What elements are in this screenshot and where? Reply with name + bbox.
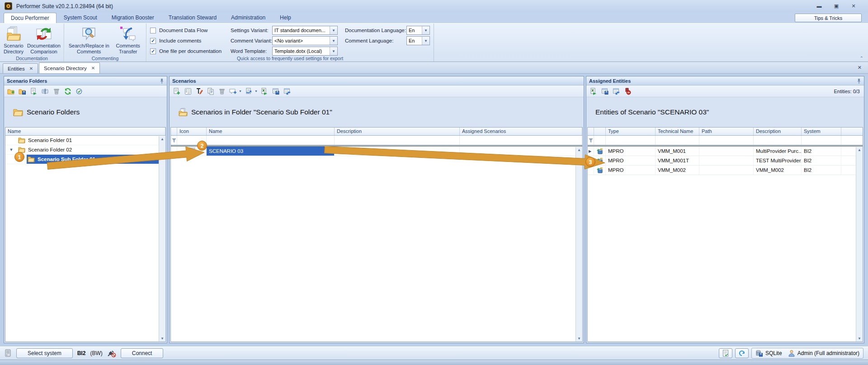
- scroll-up-icon[interactable]: ▲: [577, 148, 581, 152]
- copy-scenario-button[interactable]: [206, 86, 215, 96]
- scenarios-scrollbar[interactable]: ▲▼: [576, 147, 582, 341]
- column-header-name[interactable]: Name: [5, 128, 165, 135]
- column-header-name[interactable]: Name: [207, 128, 335, 135]
- column-header-technical-name[interactable]: Technical Name: [656, 128, 699, 135]
- import-list-button[interactable]: [611, 86, 621, 96]
- tab-entities[interactable]: Entities ✕: [3, 63, 38, 73]
- report-button[interactable]: [719, 348, 732, 358]
- ribbon-tab-help[interactable]: Help: [273, 12, 298, 23]
- document-scenario-button[interactable]: [244, 86, 254, 96]
- delete-folder-button[interactable]: [52, 86, 61, 96]
- remove-entity-button[interactable]: [623, 86, 632, 96]
- entity-type-cell[interactable]: MPRO: [606, 166, 656, 175]
- pin-icon[interactable]: [160, 78, 164, 84]
- comment-variant-select[interactable]: <No variant> ▼: [272, 36, 338, 45]
- folders-scrollbar[interactable]: ▲▼: [159, 136, 165, 341]
- scenario-directory-button[interactable]: Scenario Directory: [2, 25, 25, 55]
- filter-cell[interactable]: [207, 136, 335, 145]
- scroll-up-icon[interactable]: ▲: [160, 137, 164, 141]
- entity-technical-name-cell[interactable]: VMM_M001: [656, 147, 699, 156]
- chevron-down-icon[interactable]: ▼: [330, 37, 337, 45]
- filter-cell[interactable]: [754, 136, 802, 145]
- select-system-button[interactable]: Select system: [16, 348, 73, 358]
- export-folder-button[interactable]: [29, 86, 38, 96]
- folder-row[interactable]: ▼ Scenario Folder 02: [5, 145, 165, 155]
- close-button[interactable]: ✕: [850, 3, 857, 9]
- validate-button[interactable]: [74, 86, 84, 96]
- checkbox-document-data-flow[interactable]: Document Data Flow: [150, 26, 223, 35]
- tree-expand-icon[interactable]: ▼: [5, 147, 17, 152]
- entity-type-cell[interactable]: MPRO: [606, 156, 656, 165]
- chevron-down-icon[interactable]: ▼: [255, 90, 258, 93]
- entity-description-cell[interactable]: TEST MultiProvider...: [754, 156, 802, 165]
- checkbox-include-comments[interactable]: ✓ Include comments: [150, 36, 223, 45]
- ribbon-tab-translation-steward[interactable]: Translation Steward: [161, 12, 224, 23]
- checkbox-one-file-per-documentation[interactable]: ✓ One file per documentation: [150, 47, 223, 56]
- column-header-path[interactable]: Path: [699, 128, 754, 135]
- save-folder-button[interactable]: [18, 86, 27, 96]
- filter-cell[interactable]: [460, 136, 582, 145]
- filter-cell[interactable]: [699, 136, 754, 145]
- checkbox-box[interactable]: ✓: [150, 38, 156, 44]
- rename-folder-button[interactable]: [40, 86, 50, 96]
- refresh-connection-button[interactable]: [735, 348, 749, 358]
- folder-row-selected[interactable]: Scenario Sub Folder 01: [5, 155, 165, 164]
- entity-row[interactable]: ▶ MPRO VMM_M001 MultiProvider Purc... BI…: [588, 147, 863, 156]
- ribbon-tab-system-scout[interactable]: System Scout: [57, 12, 104, 23]
- collapse-ribbon-icon[interactable]: ⌃: [860, 56, 863, 61]
- scenario-row-selected[interactable]: SCENARIO 03: [171, 147, 582, 156]
- filter-cell[interactable]: [594, 136, 606, 145]
- tab-scenario-directory[interactable]: Scenario Directory ✕: [39, 62, 100, 73]
- add-comment-button[interactable]: [228, 86, 238, 96]
- save-list-button[interactable]: [600, 86, 609, 96]
- entity-path-cell[interactable]: [699, 156, 754, 165]
- filter-cell[interactable]: [335, 136, 460, 145]
- filter-cell[interactable]: [606, 136, 656, 145]
- documentation-comparison-button[interactable]: Documentation Comparison: [25, 25, 62, 55]
- tips-tricks-button[interactable]: Tips & Tricks: [795, 14, 862, 22]
- filter-row[interactable]: [588, 136, 863, 145]
- entity-system-cell[interactable]: BI2: [802, 166, 841, 175]
- import-list-button[interactable]: [283, 86, 292, 96]
- minimize-button[interactable]: ▬: [816, 3, 823, 9]
- scroll-down-icon[interactable]: ▼: [160, 337, 164, 341]
- excel-export-button[interactable]: [589, 86, 598, 96]
- filter-cell[interactable]: [177, 136, 207, 145]
- pin-icon[interactable]: [857, 78, 861, 84]
- chevron-down-icon[interactable]: ▼: [239, 90, 242, 93]
- scroll-down-icon[interactable]: ▼: [577, 337, 581, 341]
- filter-cell[interactable]: [656, 136, 699, 145]
- entities-scrollbar[interactable]: ▲▼: [856, 147, 863, 341]
- chevron-down-icon[interactable]: ▼: [422, 37, 429, 45]
- scroll-down-icon[interactable]: ▼: [858, 337, 861, 341]
- comment-language-select[interactable]: En ▼: [406, 36, 430, 45]
- checkbox-box[interactable]: [150, 28, 156, 33]
- scenario-name-cell[interactable]: SCENARIO 03: [207, 147, 335, 156]
- chevron-down-icon[interactable]: ▼: [422, 26, 429, 34]
- close-tab-icon[interactable]: ✕: [29, 66, 33, 71]
- delete-scenario-button[interactable]: [217, 86, 226, 96]
- rename-scenario-button[interactable]: [194, 86, 204, 96]
- entity-type-cell[interactable]: MPRO: [606, 147, 656, 156]
- excel-export-button[interactable]: [260, 86, 269, 96]
- scenario-description-cell[interactable]: [335, 147, 460, 156]
- column-header-description[interactable]: Description: [754, 128, 802, 135]
- restore-button[interactable]: ▣: [833, 3, 840, 9]
- entity-system-cell[interactable]: BI2: [802, 156, 841, 165]
- entity-technical-name-cell[interactable]: VMM_M002: [656, 166, 699, 175]
- column-header-system[interactable]: System: [802, 128, 841, 135]
- close-document-icon[interactable]: ✕: [858, 65, 862, 71]
- column-header-icon[interactable]: Icon: [177, 128, 207, 135]
- entity-path-cell[interactable]: [699, 147, 754, 156]
- scenario-assigned-cell[interactable]: [460, 147, 582, 156]
- entity-path-cell[interactable]: [699, 166, 754, 175]
- entity-row[interactable]: MPRO VMM_M001T TEST MultiProvider... BI2: [588, 156, 863, 166]
- ribbon-tab-migration-booster[interactable]: Migration Booster: [104, 12, 161, 23]
- ribbon-tab-administration[interactable]: Administration: [224, 12, 273, 23]
- entity-description-cell[interactable]: MultiProvider Purc...: [754, 147, 802, 156]
- checkbox-box[interactable]: ✓: [150, 48, 156, 54]
- comments-transfer-button[interactable]: Comments Transfer: [112, 25, 144, 55]
- connect-button[interactable]: Connect: [121, 348, 164, 358]
- settings-variant-select[interactable]: IT standard documen... ▼: [272, 26, 338, 35]
- documentation-language-select[interactable]: En ▼: [406, 26, 430, 35]
